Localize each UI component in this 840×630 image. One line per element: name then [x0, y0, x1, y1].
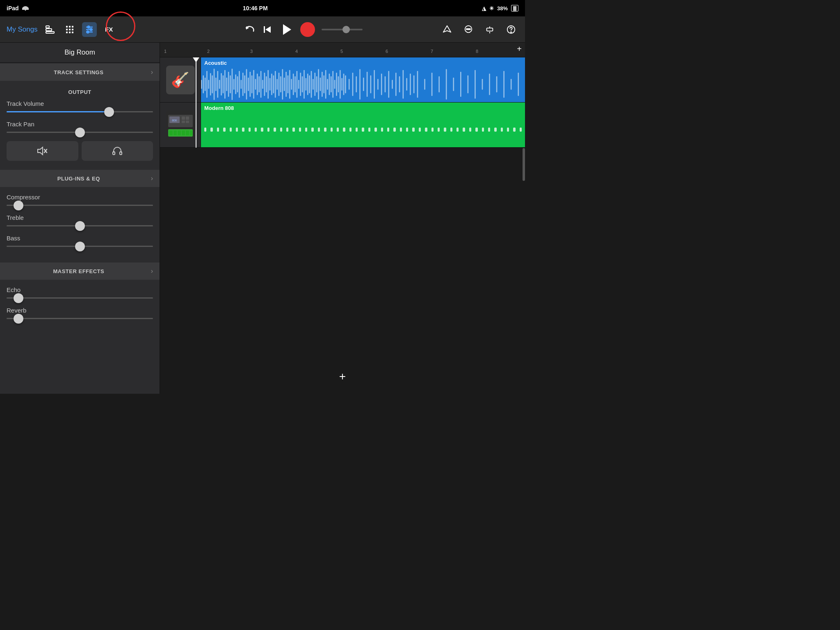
- svg-rect-79: [278, 73, 280, 96]
- beat-dot: [400, 128, 402, 132]
- bass-thumb[interactable]: [75, 242, 85, 251]
- ruler-mark-4: 4: [295, 49, 298, 54]
- svg-rect-38: [205, 78, 206, 91]
- svg-rect-89: [297, 71, 298, 98]
- headphones-button[interactable]: [82, 141, 153, 161]
- track-volume-thumb[interactable]: [104, 107, 114, 117]
- svg-rect-3: [66, 26, 68, 27]
- volume-thumb[interactable]: [342, 26, 350, 33]
- treble-thumb[interactable]: [75, 221, 85, 231]
- svg-rect-135: [413, 75, 415, 94]
- navigate-button[interactable]: [440, 22, 454, 37]
- beat-dot: [249, 128, 251, 132]
- beat-dot: [274, 128, 276, 132]
- beat-dot: [255, 128, 257, 132]
- undo-button[interactable]: [244, 24, 255, 35]
- svg-rect-158: [186, 121, 189, 123]
- beat-dot: [318, 128, 320, 132]
- track-settings-section[interactable]: TRACK SETTINGS ›: [0, 64, 160, 81]
- reverb-label: Reverb: [7, 307, 153, 314]
- add-section-button[interactable]: +: [517, 44, 522, 54]
- svg-rect-11: [72, 32, 73, 33]
- mixer-sliders-button[interactable]: [82, 22, 97, 37]
- mixer-view-button[interactable]: [62, 22, 77, 37]
- reverb-slider[interactable]: [7, 318, 153, 319]
- beat-dot: [501, 128, 503, 132]
- svg-rect-144: [475, 70, 476, 99]
- svg-rect-137: [424, 79, 425, 89]
- fx-button[interactable]: FX: [102, 22, 116, 37]
- my-songs-button[interactable]: My Songs: [7, 25, 38, 34]
- track-content-808[interactable]: Modern 808: [201, 103, 525, 147]
- track-content-acoustic[interactable]: Acoustic: [201, 57, 525, 102]
- add-track-button[interactable]: +: [333, 368, 352, 386]
- svg-marker-22: [443, 25, 451, 32]
- treble-label: Treble: [7, 214, 153, 221]
- record-button[interactable]: [300, 22, 315, 37]
- panel-title: Big Room: [0, 43, 160, 63]
- beat-dot: [311, 128, 313, 132]
- echo-slider[interactable]: [7, 297, 153, 299]
- svg-rect-112: [338, 76, 339, 92]
- svg-rect-76: [273, 75, 274, 94]
- svg-rect-63: [250, 72, 251, 97]
- bluetooth-icon: ✳: [489, 5, 494, 11]
- skip-back-button[interactable]: [262, 24, 273, 35]
- svg-rect-141: [453, 78, 454, 91]
- beat-dot: [223, 128, 225, 132]
- svg-rect-102: [320, 78, 321, 91]
- svg-rect-85: [289, 70, 290, 99]
- track-volume-slider[interactable]: [7, 111, 153, 112]
- svg-rect-73: [267, 70, 269, 99]
- scroll-indicator[interactable]: [523, 148, 525, 181]
- svg-rect-101: [318, 69, 319, 99]
- track-pan-row: Track Pan: [7, 121, 153, 133]
- track-volume-label: Track Volume: [7, 100, 153, 107]
- svg-rect-54: [233, 79, 235, 89]
- svg-rect-100: [316, 76, 317, 92]
- chat-button[interactable]: [461, 22, 476, 37]
- settings-button[interactable]: [482, 22, 497, 37]
- help-button[interactable]: [504, 22, 518, 37]
- ipad-label: iPad: [7, 5, 19, 11]
- svg-point-30: [511, 32, 511, 32]
- track-pan-slider[interactable]: [7, 132, 153, 133]
- tracks-view-button[interactable]: [43, 22, 57, 37]
- plugins-eq-section[interactable]: PLUG-INS & EQ ›: [0, 170, 160, 187]
- beat-dot: [286, 128, 288, 132]
- beat-dot: [469, 128, 471, 132]
- reverb-thumb[interactable]: [14, 314, 23, 324]
- bass-slider[interactable]: [7, 246, 153, 247]
- volume-track[interactable]: [322, 29, 363, 30]
- master-effects-section[interactable]: MASTER EFFECTS ›: [0, 262, 160, 280]
- svg-rect-72: [266, 76, 267, 92]
- track-header-808: 808: [160, 103, 201, 147]
- mute-button[interactable]: [7, 141, 78, 161]
- svg-rect-94: [306, 78, 307, 91]
- svg-rect-148: [503, 71, 504, 98]
- svg-rect-90: [298, 80, 299, 89]
- svg-rect-115: [343, 73, 345, 95]
- svg-rect-87: [293, 73, 294, 95]
- treble-slider[interactable]: [7, 225, 153, 226]
- beat-dot: [507, 128, 509, 132]
- track-808-label: Modern 808: [204, 105, 234, 111]
- svg-rect-155: [182, 116, 185, 120]
- svg-text:808: 808: [172, 119, 177, 122]
- compressor-thumb[interactable]: [14, 201, 23, 210]
- ruler-mark-6: 6: [386, 49, 388, 54]
- beat-dot: [324, 128, 326, 132]
- play-button[interactable]: [280, 23, 294, 37]
- track-808-thumbnail[interactable]: 808: [166, 111, 195, 139]
- tracks-area: 🎸 Acoustic: [160, 57, 525, 148]
- svg-rect-71: [264, 73, 265, 96]
- acoustic-thumbnail[interactable]: 🎸: [166, 66, 195, 94]
- track-pan-thumb[interactable]: [75, 128, 85, 137]
- svg-rect-121: [363, 78, 364, 91]
- compressor-row: Compressor: [7, 194, 153, 206]
- echo-thumb[interactable]: [14, 293, 23, 303]
- beat-dot: [280, 128, 282, 132]
- echo-label: Echo: [7, 286, 153, 293]
- compressor-slider[interactable]: [7, 205, 153, 206]
- reverb-row: Reverb: [7, 307, 153, 319]
